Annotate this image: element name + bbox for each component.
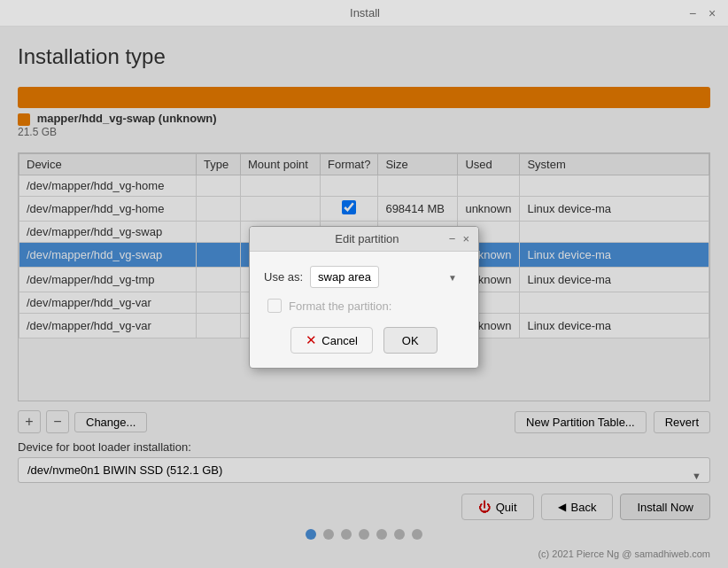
main-window: Install − × Installation type mapper/hdd…	[0, 0, 728, 568]
use-as-row: Use as: swap area	[264, 266, 464, 288]
titlebar-controls: − ×	[685, 6, 719, 20]
use-as-label: Use as:	[264, 270, 303, 284]
ok-modal-button[interactable]: OK	[383, 327, 438, 354]
close-button[interactable]: ×	[705, 6, 719, 20]
cancel-label: Cancel	[321, 334, 357, 347]
minimize-button[interactable]: −	[685, 6, 700, 20]
use-as-select-wrapper: swap area	[310, 266, 464, 288]
format-label: Format the partition:	[289, 300, 391, 313]
modal-controls: − ×	[449, 232, 469, 245]
modal-title: Edit partition	[285, 232, 449, 245]
modal-titlebar: Edit partition − ×	[250, 227, 478, 252]
modal-close-button[interactable]: ×	[462, 232, 469, 245]
titlebar: Install − ×	[0, 0, 728, 27]
format-check-row: Format the partition:	[264, 299, 464, 313]
modal-overlay: Edit partition − × Use as: swap area	[0, 27, 728, 568]
modal-actions: ✕ Cancel OK	[264, 327, 464, 354]
modal-body: Use as: swap area Format the partition:	[250, 252, 478, 368]
window-title: Install	[44, 6, 685, 19]
cancel-modal-button[interactable]: ✕ Cancel	[290, 327, 372, 354]
content-area: Installation type mapper/hdd_vg-swap (un…	[0, 27, 728, 568]
edit-partition-modal: Edit partition − × Use as: swap area	[249, 226, 479, 369]
format-checkbox[interactable]	[267, 299, 282, 313]
modal-minimize-button[interactable]: −	[449, 232, 456, 245]
cancel-icon: ✕	[306, 332, 317, 348]
use-as-select[interactable]: swap area	[310, 266, 379, 288]
